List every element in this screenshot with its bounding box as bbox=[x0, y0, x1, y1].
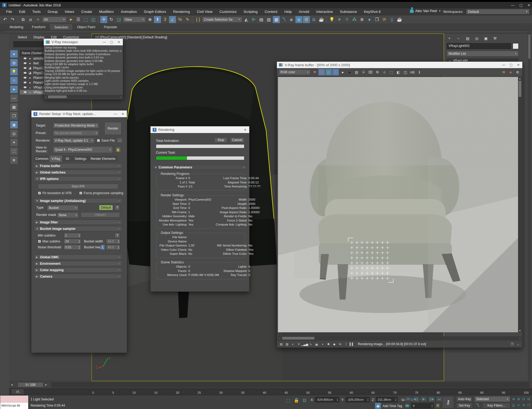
tab-vray[interactable]: V-Ray bbox=[50, 156, 62, 162]
tab-common[interactable]: Common bbox=[35, 156, 49, 161]
menu-item[interactable]: Rendering bbox=[170, 9, 193, 15]
toggle-scene-explorer-icon[interactable]: ▤ bbox=[258, 16, 265, 23]
vfb-expand-icon[interactable]: ⌄ bbox=[515, 341, 521, 347]
next-frame-icon[interactable]: ❙▶ bbox=[428, 396, 435, 402]
select-object-icon[interactable]: ➤ bbox=[67, 16, 74, 23]
maxscript-label[interactable]: MAXScript Mi bbox=[0, 403, 28, 409]
play-icon[interactable]: ▶ bbox=[420, 396, 427, 402]
menu-item[interactable]: Help bbox=[281, 9, 295, 15]
display-geometry-icon[interactable]: ◍ bbox=[10, 59, 18, 67]
toggle-ribbon-icon[interactable]: ▦ bbox=[273, 16, 280, 23]
start-ipr-button[interactable]: Start IPR bbox=[38, 184, 118, 189]
rendered-frame-window-icon[interactable]: ◘ bbox=[310, 16, 317, 23]
vfb-white-balance-icon[interactable]: ⬓ bbox=[314, 341, 319, 347]
menu-item[interactable]: Civil View bbox=[193, 9, 216, 15]
display-tab-icon[interactable]: ▣ bbox=[483, 35, 489, 42]
close-window-icon[interactable]: ✕ bbox=[122, 112, 124, 116]
vray-messages-titlebar[interactable]: V-Ray messages — ▢ ✕ bbox=[44, 39, 123, 45]
auto-key-button[interactable]: Auto Key bbox=[456, 396, 473, 402]
track-mouse-icon[interactable]: ⊹ bbox=[381, 69, 388, 75]
scroll-right-icon[interactable]: › bbox=[119, 95, 123, 98]
scrollbar-thumb[interactable] bbox=[48, 95, 67, 98]
go-to-start-icon[interactable]: ⏮ bbox=[405, 396, 412, 402]
force-progressive-checkbox[interactable]: ✓ bbox=[79, 191, 82, 195]
orbit-icon[interactable]: ⟲ bbox=[522, 402, 526, 408]
render-mask-none-button[interactable]: <None> bbox=[81, 212, 120, 218]
alpha-channel-icon[interactable]: ● bbox=[346, 69, 353, 75]
save-file-checkbox[interactable] bbox=[97, 139, 100, 142]
menu-item[interactable]: Customize bbox=[216, 9, 240, 15]
rectangular-selection-region-icon[interactable]: ⬚ bbox=[82, 16, 89, 23]
menu-item[interactable]: Arnold bbox=[295, 9, 313, 15]
preset-dropdown[interactable]: No preset selected▼ bbox=[53, 130, 99, 136]
material-editor-icon[interactable]: ◉ bbox=[295, 16, 302, 23]
vfb-dock-icon[interactable]: ❒ bbox=[509, 341, 515, 347]
selection-set-dropdown[interactable]: Selected▼ bbox=[474, 396, 510, 402]
close-window-icon[interactable]: ✕ bbox=[244, 128, 247, 132]
display-none-icon[interactable]: ● bbox=[10, 50, 18, 58]
render-setup-titlebar[interactable]: 3 Render Setup: V-Ray Next, update... — … bbox=[31, 110, 127, 117]
menu-item[interactable]: Content bbox=[261, 9, 281, 15]
render-setup-icon[interactable]: ⚙ bbox=[303, 16, 310, 23]
maxscript-mini-listener[interactable]: MAXScript Mi bbox=[0, 395, 28, 409]
ribbon-tab-freeform[interactable]: Freeform bbox=[28, 24, 49, 30]
select-and-scale-icon[interactable]: ◲ bbox=[115, 16, 122, 23]
rollout-global-dmc[interactable]: ▶Global DMC bbox=[34, 255, 122, 260]
save-file-browse-button[interactable]: ... bbox=[117, 138, 123, 143]
vfb-curves-icon[interactable]: ∿ bbox=[308, 341, 313, 347]
rollout-color-mapping[interactable]: ▶Color mapping bbox=[34, 267, 122, 272]
display-cameras-icon[interactable]: ⌑ bbox=[10, 77, 18, 84]
visibility-eye-icon[interactable] bbox=[24, 82, 27, 83]
visibility-eye-icon[interactable] bbox=[24, 67, 27, 69]
region-render-icon[interactable]: ⬚ bbox=[388, 69, 395, 75]
default-button[interactable]: Default bbox=[99, 205, 113, 210]
minimize-window-icon[interactable]: — bbox=[511, 3, 515, 7]
maximize-viewport-toggle-icon[interactable]: ❒ bbox=[526, 402, 531, 408]
vfb-stats-icon[interactable]: ▍▍ bbox=[349, 341, 355, 347]
tab-render-elements[interactable]: Render Elements bbox=[89, 156, 117, 161]
ribbon-tab-object-paint[interactable]: Object Paint bbox=[73, 24, 99, 30]
rollout-bucket-image-sampler[interactable]: ▼Bucket image sampler bbox=[34, 226, 122, 231]
use-pivot-center-icon[interactable]: ⊕ bbox=[146, 16, 153, 23]
display-shapes-icon[interactable]: 〰 bbox=[10, 94, 18, 102]
minimize-window-icon[interactable]: — bbox=[502, 63, 505, 67]
schematic-view-icon[interactable]: ⧈ bbox=[288, 16, 295, 23]
minimize-window-icon[interactable]: — bbox=[114, 112, 117, 116]
zoom-region-icon[interactable]: ◱ bbox=[511, 402, 516, 408]
visibility-eye-icon[interactable] bbox=[24, 72, 27, 74]
angle-snap-toggle-icon[interactable]: % bbox=[177, 16, 184, 23]
vfb-color-icon[interactable]: ◐ bbox=[290, 341, 296, 347]
utilities-tab-icon[interactable]: ⚒ bbox=[492, 35, 498, 42]
tab-gi[interactable]: GI bbox=[63, 156, 72, 161]
duplicate-to-host-icon[interactable]: ⧉ bbox=[374, 69, 381, 75]
sampler-type-dropdown[interactable]: Bucket▼ bbox=[47, 205, 79, 211]
x-coordinate-field[interactable]: -524.856cm▲▼ bbox=[315, 397, 339, 402]
minimize-window-icon[interactable]: — bbox=[103, 40, 106, 44]
fit-resolution-checkbox[interactable]: ✓ bbox=[38, 191, 41, 195]
render-last-icon[interactable]: ⟲ bbox=[500, 69, 507, 75]
visibility-eye-icon[interactable] bbox=[24, 62, 27, 64]
align-icon[interactable]: ⊫ bbox=[250, 16, 257, 23]
menu-item[interactable]: Interactive bbox=[313, 9, 336, 15]
mirror-icon[interactable]: ◭ bbox=[243, 16, 250, 23]
scrollbar-thumb[interactable] bbox=[282, 337, 314, 340]
bucket-width-spinner[interactable]: 48.0▲▼ bbox=[106, 239, 120, 244]
trackbar-mode-icon[interactable]: I⋀ bbox=[11, 389, 24, 395]
render-mask-dropdown[interactable]: None▼ bbox=[57, 212, 79, 218]
ribbon-tab-populate[interactable]: Populate bbox=[100, 24, 121, 30]
edit-named-selection-sets-icon[interactable]: { } bbox=[195, 16, 201, 23]
vfb-bloom-icon[interactable]: ✺ bbox=[326, 341, 331, 347]
zoom-all-icon[interactable]: ⊞ bbox=[516, 396, 521, 402]
key-filters-button[interactable]: Key Filters... bbox=[482, 403, 510, 408]
frame-back-icon[interactable]: ◄ bbox=[9, 383, 14, 386]
keyboard-shortcut-override-icon[interactable]: 3 bbox=[162, 16, 168, 23]
object-color-swatch[interactable] bbox=[513, 43, 519, 49]
time-configuration-icon[interactable]: ⚙ bbox=[435, 403, 441, 408]
load-image-icon[interactable]: ⌸ bbox=[360, 69, 367, 75]
explorer-menu-item[interactable]: Select bbox=[15, 35, 30, 40]
display-containers-icon[interactable]: ⛶ bbox=[10, 148, 18, 155]
light-icon[interactable]: 💡 bbox=[328, 16, 335, 23]
sun-positioner-icon[interactable]: ☀ bbox=[336, 16, 343, 23]
toggle-layer-explorer-icon[interactable]: ▥ bbox=[265, 16, 272, 23]
close-window-icon[interactable]: ✕ bbox=[118, 40, 120, 44]
